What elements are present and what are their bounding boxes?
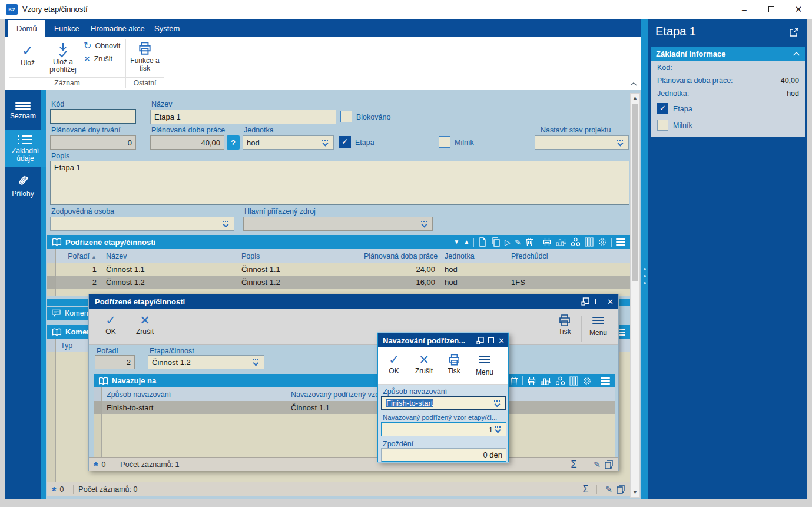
sidebar-item-prilohy[interactable]: Přílohy: [5, 170, 41, 203]
dialog1-etapa-cinnost-dropdown[interactable]: Činnost 1.2: [148, 355, 264, 369]
column-jednotka[interactable]: Jednotka: [440, 252, 506, 260]
settings-gear-icon[interactable]: [598, 237, 607, 247]
cancel-button[interactable]: ✕ Zrušit: [84, 54, 112, 64]
osoba-dropdown[interactable]: [50, 217, 234, 231]
functions-print-button[interactable]: Funkce a tisk: [127, 41, 163, 72]
edit-icon[interactable]: ✎: [605, 485, 612, 494]
edit-icon[interactable]: ✎: [594, 460, 601, 469]
dny-field[interactable]: 0: [50, 135, 136, 150]
save-button[interactable]: ✓ Ulož: [11, 42, 45, 67]
cancel-button[interactable]: ✕ Zrušit: [128, 313, 162, 336]
edit-icon[interactable]: ✎: [515, 238, 521, 246]
popis-textarea[interactable]: Etapa 1: [50, 161, 629, 205]
popout-icon[interactable]: [789, 27, 799, 37]
milnik-checkbox[interactable]: [657, 120, 668, 131]
ribbon-tab-domu[interactable]: Domů: [8, 20, 45, 37]
dialog2-navazovany-field[interactable]: 1: [381, 422, 506, 436]
ribbon-collapse-icon[interactable]: [630, 82, 637, 87]
ribbon-tab-system[interactable]: Systém: [146, 20, 188, 37]
doba-field[interactable]: 40,00: [150, 135, 224, 150]
copy-add-icon[interactable]: [616, 485, 625, 494]
column-typ[interactable]: Typ: [56, 342, 77, 350]
collapse-up-icon[interactable]: ▲: [463, 239, 469, 245]
scroll-up-icon[interactable]: ▲: [631, 94, 639, 102]
stav-dropdown[interactable]: [535, 135, 629, 150]
dialog2-zpusob-dropdown[interactable]: Finish-to-start: [381, 396, 506, 410]
dialog1-poradi-field[interactable]: 2: [95, 355, 135, 369]
navazuje-column-header[interactable]: Způsob navazování Navazovaný podřízený v…: [94, 387, 615, 401]
sidebar-item-zakladni-udaje[interactable]: Základní údaje: [5, 130, 46, 167]
kod-field[interactable]: [50, 109, 136, 124]
sidebar-item-seznam[interactable]: Seznam: [5, 95, 41, 127]
close-button[interactable]: ✕: [785, 0, 812, 19]
copy-icon[interactable]: [491, 237, 501, 247]
sum-icon[interactable]: Σ: [582, 484, 588, 495]
menu-button[interactable]: Menu: [469, 353, 500, 376]
process-wheels-icon[interactable]: [571, 237, 581, 247]
cancel-button[interactable]: ✕ Zrušit: [409, 353, 439, 375]
column-nazev[interactable]: Název: [101, 252, 237, 260]
vertical-scrollbar[interactable]: ▲ ▼: [630, 93, 640, 498]
column-doba[interactable]: Plánovaná doba práce: [359, 252, 440, 260]
maximize-icon[interactable]: [595, 299, 601, 304]
ribbon-tab-funkce[interactable]: Funkce: [46, 20, 88, 37]
chart-icon[interactable]: [541, 376, 551, 386]
nazev-field[interactable]: Etapa 1: [150, 110, 336, 124]
process-wheels-icon[interactable]: [555, 376, 565, 386]
ribbon-tab-hromadne-akce[interactable]: Hromadné akce: [82, 20, 153, 37]
etapa-checkbox[interactable]: [657, 103, 668, 114]
blokovano-checkbox[interactable]: [340, 111, 352, 122]
print-button[interactable]: Tisk: [548, 313, 581, 336]
jednotka-dropdown[interactable]: hod: [243, 135, 334, 150]
table-row-selected[interactable]: 2 Činnost 1.2 Činnost 1.2 16,00 hod 1FS: [47, 276, 630, 289]
new-record-icon[interactable]: [478, 237, 487, 247]
table-row-selected[interactable]: Finish-to-start Činnost 1.1: [94, 401, 615, 414]
zdroj-dropdown[interactable]: [243, 217, 433, 231]
ok-button[interactable]: ✓ OK: [379, 353, 409, 375]
dialog2-zpozdeni-field[interactable]: 0 den: [381, 448, 506, 462]
print-icon[interactable]: [527, 376, 536, 386]
run-icon[interactable]: ▷: [505, 238, 511, 246]
maximize-button[interactable]: [758, 0, 785, 19]
print-button[interactable]: Tisk: [439, 353, 469, 375]
columns-icon[interactable]: [585, 237, 594, 247]
scroll-down-icon[interactable]: ▼: [631, 488, 639, 497]
column-predchudci[interactable]: Předchůdci: [506, 252, 630, 260]
help-button[interactable]: ?: [227, 135, 240, 150]
settings-gear-icon[interactable]: [582, 376, 592, 386]
minimize-button[interactable]: –: [731, 0, 758, 19]
navazuje-table-body[interactable]: [94, 414, 615, 457]
table-menu-icon[interactable]: [616, 238, 625, 246]
sum-icon[interactable]: Σ: [571, 459, 576, 470]
table-row[interactable]: 1 Činnost 1.1 Činnost 1.1 24,00 hod: [47, 263, 630, 276]
float-window-icon[interactable]: [581, 297, 589, 306]
basic-info-header[interactable]: Základní informace: [651, 47, 805, 61]
subtable-column-header[interactable]: Pořadí▲ Název Popis Plánovaná doba práce…: [47, 249, 630, 263]
columns-icon[interactable]: [569, 376, 578, 386]
etapa-checkbox[interactable]: [339, 136, 351, 148]
table-cell: hod: [440, 278, 506, 287]
table-menu-icon[interactable]: [601, 377, 610, 385]
chevron-up-icon[interactable]: [793, 51, 800, 57]
ok-button[interactable]: ✓ OK: [94, 313, 128, 336]
milnik-checkbox[interactable]: [439, 136, 450, 148]
subtable-header: Podřízené etapy/činnosti ▼ ▲ ▷ ✎: [47, 235, 630, 249]
save-and-view-button[interactable]: Ulož a prohlížej: [46, 42, 80, 74]
column-zpusob[interactable]: Způsob navazování: [102, 390, 286, 399]
print-icon[interactable]: [542, 237, 552, 247]
scrollbar-thumb[interactable]: [632, 104, 638, 281]
menu-button[interactable]: Menu: [582, 313, 615, 337]
copy-add-icon[interactable]: [604, 460, 614, 469]
delete-icon[interactable]: [525, 237, 533, 247]
float-window-icon[interactable]: [476, 337, 484, 344]
maximize-icon[interactable]: [488, 337, 494, 343]
refresh-button[interactable]: ↻ Obnovit: [84, 40, 121, 51]
column-popis[interactable]: Popis: [237, 252, 359, 260]
chart-icon[interactable]: [556, 237, 566, 247]
close-icon[interactable]: ✕: [498, 337, 505, 344]
panel-splitter[interactable]: [641, 19, 648, 499]
column-poradi[interactable]: Pořadí▲: [56, 252, 101, 260]
delete-icon[interactable]: [510, 376, 518, 386]
collapse-down-icon[interactable]: ▼: [453, 239, 459, 245]
close-icon[interactable]: ✕: [607, 298, 614, 306]
